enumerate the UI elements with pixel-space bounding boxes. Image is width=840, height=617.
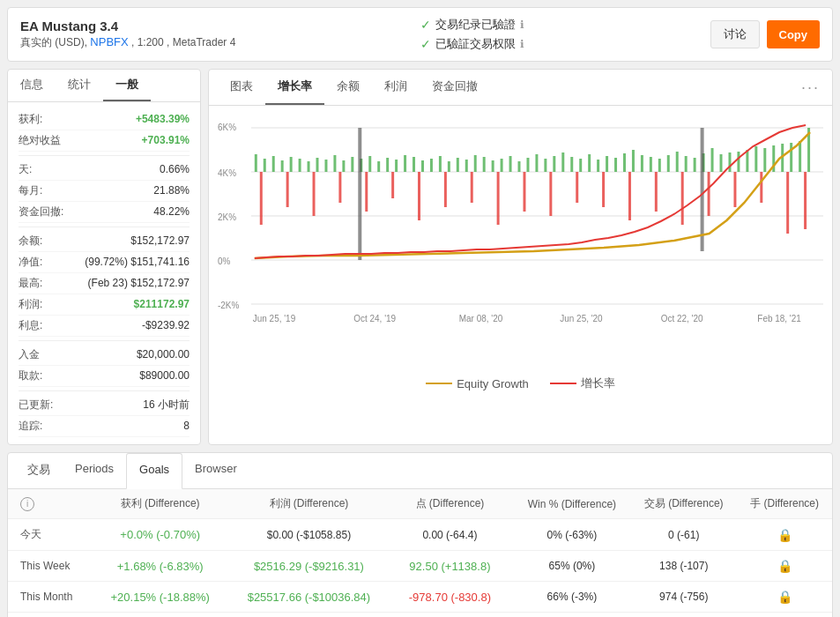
stat-monthly-value: 21.88%: [153, 184, 190, 197]
y-label-4k: 4K%: [218, 168, 236, 178]
verification-2-text: 已驗証交易权限: [435, 36, 516, 52]
trades-year: 2704 (-9024): [630, 613, 737, 618]
svg-rect-28: [457, 158, 459, 172]
table-info-icon[interactable]: i: [20, 497, 34, 511]
tab-info[interactable]: 信息: [8, 70, 56, 101]
stat-daily-value: 0.66%: [160, 163, 190, 175]
tab-stats[interactable]: 统计: [56, 70, 103, 101]
svg-rect-23: [413, 157, 415, 172]
stat-max-value: (Feb 23) $152,172.97: [88, 277, 190, 289]
svg-rect-5: [255, 154, 257, 172]
table-row-year: This Year +67.04% (-1738.55%) $61072.16 …: [8, 613, 832, 618]
table-row-month: This Month +20.15% (-18.88%) $25517.66 (…: [8, 582, 832, 613]
th-points: 点 (Difference): [386, 489, 513, 519]
profit-today: +0.0% (-0.70%): [89, 519, 232, 551]
header-verifications: ✓ 交易纪录已驗證 ℹ ✓ 已驗証交易权限 ℹ: [420, 17, 524, 52]
tab-goals[interactable]: Goals: [126, 453, 182, 489]
growth-rate-line: [255, 125, 806, 258]
stat-max-label: 最高:: [19, 276, 42, 291]
tab-periods[interactable]: Periods: [63, 453, 126, 488]
chart-area: .grid-line { stroke: #e0e0e0; stroke-wid…: [209, 106, 832, 370]
svg-rect-29: [465, 160, 468, 172]
money-week: $2516.29 (-$9216.31): [232, 551, 387, 582]
period-today: 今天: [8, 519, 89, 551]
stat-profit-money-value: $211172.97: [134, 298, 190, 310]
svg-rect-7: [272, 156, 275, 172]
copy-button[interactable]: Copy: [767, 20, 821, 48]
stat-updated-label: 已更新:: [19, 398, 53, 413]
discuss-button[interactable]: 讨论: [710, 20, 760, 48]
chart-tab-growth[interactable]: 增长率: [265, 70, 324, 105]
stat-withdrawal-value: $89000.00: [139, 369, 190, 382]
header-left: EA Mustang 3.4 真实的 (USD), NPBFX , 1:200 …: [20, 19, 235, 50]
bottom-panel: 交易 Periods Goals Browser i 获利 (Differenc…: [7, 452, 833, 617]
chart-tabs: 图表 增长率 余额 利润 资金回撤 ···: [209, 70, 832, 106]
stat-interest-label: 利息:: [19, 318, 42, 333]
svg-rect-72: [338, 172, 341, 203]
stat-drawdown-value: 48.22%: [153, 205, 190, 218]
broker-link[interactable]: NPBFX: [90, 35, 128, 48]
svg-rect-82: [602, 172, 605, 207]
svg-rect-10: [299, 159, 301, 172]
stat-drawdown: 资金回撤: 48.22%: [19, 202, 190, 223]
chart-tab-balance[interactable]: 余额: [324, 70, 372, 105]
account-title: EA Mustang 3.4: [20, 19, 235, 33]
money-today: $0.00 (-$1058.85): [232, 519, 387, 551]
stat-deposit: 入金 $20,000.00: [19, 345, 190, 366]
svg-rect-85: [681, 172, 684, 225]
chart-tab-drawdown[interactable]: 资金回撤: [420, 70, 490, 105]
svg-rect-88: [760, 172, 762, 203]
stat-profit-label: 获利:: [19, 112, 42, 127]
info-icon-1[interactable]: ℹ: [520, 19, 524, 31]
stat-tracking-value: 8: [183, 420, 190, 432]
stat-updated-value: 16 小时前: [143, 398, 190, 413]
svg-rect-13: [324, 160, 327, 172]
legend-growth-line: [550, 383, 576, 384]
tab-general[interactable]: 一般: [103, 70, 151, 101]
winpct-week: 65% (0%): [514, 551, 631, 582]
svg-rect-20: [386, 158, 389, 172]
hands-month: 🔒: [737, 582, 832, 613]
x-label-1: Jun 25, '19: [253, 314, 296, 323]
svg-rect-57: [711, 148, 714, 172]
chart-tab-profit[interactable]: 利润: [372, 70, 420, 105]
winpct-year: 68% (-1%): [514, 613, 631, 618]
svg-rect-90: [804, 172, 807, 229]
main-container: EA Mustang 3.4 真实的 (USD), NPBFX , 1:200 …: [0, 0, 840, 617]
svg-rect-92: [701, 128, 704, 251]
info-icon-2[interactable]: ℹ: [520, 38, 524, 50]
left-panel: 信息 统计 一般 获利: +5483.39% 绝对收益 +703.91% 天: …: [7, 69, 201, 445]
svg-rect-60: [737, 152, 740, 172]
svg-rect-43: [588, 154, 591, 172]
chart-tab-chart[interactable]: 图表: [218, 70, 265, 105]
stat-profit-money: 利润: $211172.97: [19, 294, 190, 316]
svg-rect-69: [260, 172, 263, 225]
chart-more-icon[interactable]: ···: [798, 71, 823, 104]
stat-withdrawal: 取款: $89000.00: [19, 366, 190, 387]
svg-rect-67: [799, 141, 801, 172]
svg-rect-84: [655, 172, 658, 212]
svg-rect-71: [313, 172, 316, 216]
profit-week: +1.68% (-6.83%): [89, 551, 232, 582]
svg-rect-6: [264, 159, 266, 172]
money-year: $61072.16 (-$78196.21): [232, 613, 387, 618]
table-row-week: This Week +1.68% (-6.83%) $2516.29 (-$92…: [8, 551, 832, 582]
stat-daily: 天: 0.66%: [19, 160, 190, 181]
svg-rect-40: [561, 152, 564, 172]
period-week: This Week: [8, 551, 89, 582]
header: EA Mustang 3.4 真实的 (USD), NPBFX , 1:200 …: [7, 7, 833, 62]
svg-rect-11: [308, 161, 310, 172]
stat-interest: 利息: -$9239.92: [19, 316, 190, 337]
verification-1: ✓ 交易纪录已驗證 ℹ: [420, 17, 524, 33]
svg-rect-86: [708, 172, 710, 216]
th-money: 利润 (Difference): [232, 489, 387, 519]
svg-rect-16: [351, 157, 353, 172]
tab-browser[interactable]: Browser: [182, 453, 249, 488]
x-label-4: Jun 25, '20: [560, 314, 603, 323]
svg-rect-53: [676, 152, 679, 172]
y-label-0: 0%: [218, 256, 231, 266]
svg-rect-41: [570, 157, 573, 172]
svg-rect-31: [483, 157, 486, 172]
tab-trades[interactable]: 交易: [15, 453, 63, 488]
winpct-month: 66% (-3%): [514, 582, 631, 613]
